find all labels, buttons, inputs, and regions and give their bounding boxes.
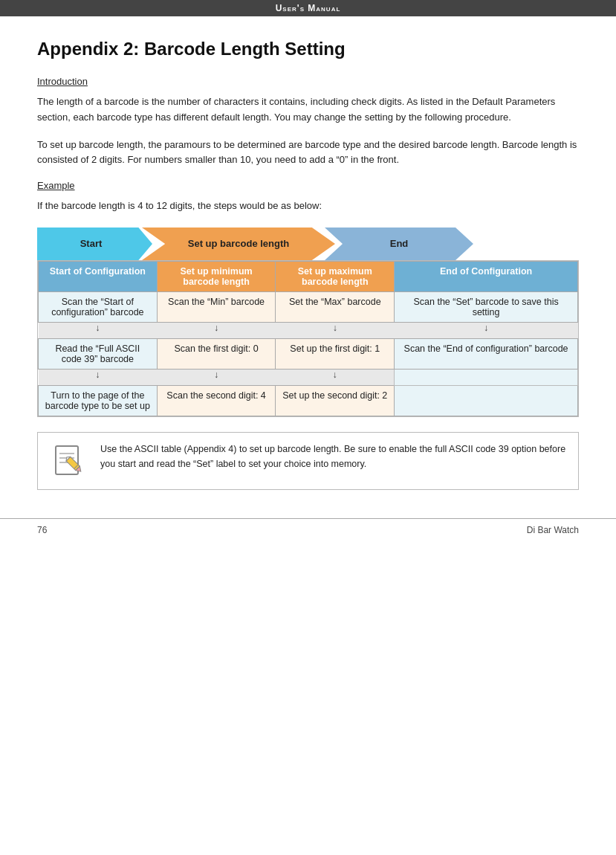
row1-col1: Scan the “Start of configuration” barcod… [39, 291, 158, 322]
col1-header: Start of Configuration [39, 261, 158, 291]
flow-middle-label: Set up barcode length [188, 238, 290, 249]
row3-col3: Set up the second digit: 2 [276, 385, 395, 416]
flow-start-label: Start [80, 238, 103, 249]
brand-name: Di Bar Watch [527, 525, 579, 535]
example-text: If the barcode length is 4 to 12 digits,… [37, 199, 579, 214]
arrow-down-2c: ↓ [276, 369, 395, 385]
note-text: Use the ASCII table (Appendix 4) to set … [100, 442, 566, 471]
intro-heading: Introduction [37, 76, 88, 87]
row1-col3: Set the “Max” barcode [276, 291, 395, 322]
row2-col2: Scan the first digit: 0 [157, 338, 276, 369]
footer: 76 Di Bar Watch [0, 518, 616, 541]
table-row-1: Scan the “Start of configuration” barcod… [39, 291, 578, 322]
row3-col1: Turn to the page of the barcode type to … [39, 385, 158, 416]
row2-col4: Scan the “End of configuration” barcode [395, 338, 578, 369]
flow-start: Start [37, 228, 152, 260]
page-title: Appendix 2: Barcode Length Setting [37, 39, 579, 59]
arrow-down-1d: ↓ [395, 322, 578, 338]
table-row-3: Turn to the page of the barcode type to … [39, 385, 578, 416]
header-title: User's Manual [276, 3, 341, 13]
arrow-row-2: ↓ ↓ ↓ [39, 369, 578, 385]
row1-col4: Scan the “Set” barcode to save this sett… [395, 291, 578, 322]
flow-arrows: Start Set up barcode length End [37, 228, 579, 260]
arrow-down-1a: ↓ [39, 322, 158, 338]
intro-paragraph-1: The length of a barcode is the number of… [37, 94, 579, 126]
row2-col1: Read the “Full ASCII code 39” barcode [39, 338, 158, 369]
pencil-icon [50, 442, 88, 480]
header-bar: User's Manual [0, 0, 616, 16]
arrow-down-2b: ↓ [157, 369, 276, 385]
config-table-wrap: Start of Configuration Set up minimum ba… [37, 260, 579, 417]
row3-col2: Scan the second digit: 4 [157, 385, 276, 416]
page-content: Appendix 2: Barcode Length Setting Intro… [0, 16, 616, 505]
flow-end: End [325, 228, 473, 260]
row1-col2: Scan the “Min” barcode [157, 291, 276, 322]
intro-paragraph-2: To set up barcode length, the paramours … [37, 138, 579, 169]
note-box: Use the ASCII table (Appendix 4) to set … [37, 432, 579, 490]
row2-col3: Set up the first digit: 1 [276, 338, 395, 369]
arrow-down-1b: ↓ [157, 322, 276, 338]
page-number: 76 [37, 525, 47, 535]
flow-diagram: Start Set up barcode length End Start of… [37, 228, 579, 417]
note-icon [50, 442, 88, 480]
arrow-down-1c: ↓ [276, 322, 395, 338]
flow-middle: Set up barcode length [142, 228, 335, 260]
config-table: Start of Configuration Set up minimum ba… [38, 261, 578, 416]
arrow-row-1: ↓ ↓ ↓ ↓ [39, 322, 578, 338]
col4-header: End of Configuration [395, 261, 578, 291]
row3-col4 [395, 385, 578, 416]
arrow-down-2a: ↓ [39, 369, 158, 385]
table-row-2: Read the “Full ASCII code 39” barcode Sc… [39, 338, 578, 369]
col2-header: Set up minimum barcode length [157, 261, 276, 291]
flow-end-label: End [390, 238, 409, 249]
col3-header: Set up maximum barcode length [276, 261, 395, 291]
empty-cell [395, 369, 578, 385]
example-heading: Example [37, 180, 75, 191]
